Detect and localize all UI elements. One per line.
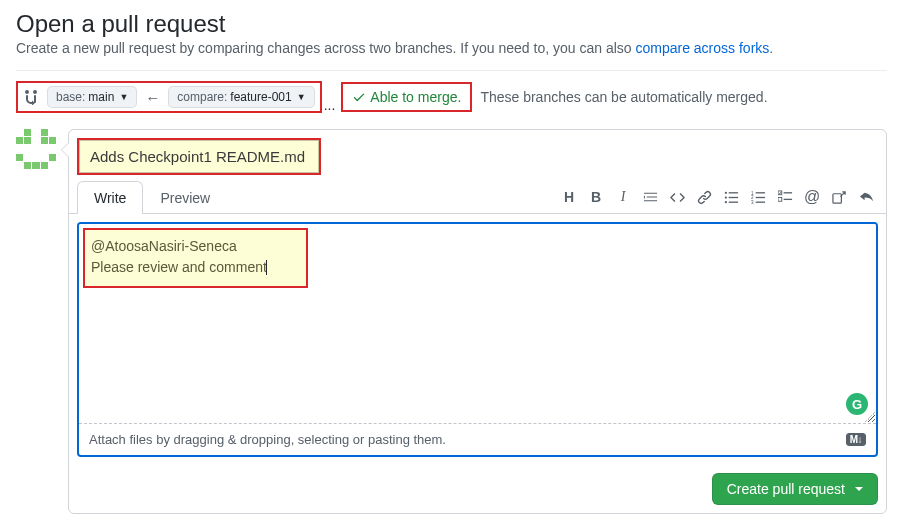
compare-across-forks-link[interactable]: compare across forks — [635, 40, 769, 56]
caret-down-icon — [855, 487, 863, 491]
create-button-label: Create pull request — [727, 481, 845, 497]
caret-down-icon: ▼ — [297, 92, 306, 102]
svg-rect-16 — [832, 193, 840, 202]
pr-title-input[interactable] — [79, 140, 319, 173]
subtitle-text: Create a new pull request by comparing c… — [16, 40, 635, 56]
identicon-icon — [16, 129, 56, 169]
base-branch-name: main — [88, 90, 114, 104]
merge-auto-text: These branches can be automatically merg… — [480, 89, 767, 105]
svg-rect-3 — [728, 192, 737, 193]
svg-rect-15 — [783, 198, 791, 199]
comment-line2: Please review and comment — [91, 259, 267, 275]
compare-ellipsis: ... — [324, 97, 336, 113]
subtitle-suffix: . — [769, 40, 773, 56]
cross-reference-icon[interactable] — [831, 189, 847, 205]
highlight-box-branches: base: main ▼ ← compare: feature-001 ▼ — [16, 81, 322, 113]
page-subtitle: Create a new pull request by comparing c… — [16, 40, 887, 56]
create-pull-request-button[interactable]: Create pull request — [712, 473, 878, 505]
branch-compare-bar: base: main ▼ ← compare: feature-001 ▼ ..… — [16, 70, 887, 123]
attach-hint-row[interactable]: Attach files by dragging & dropping, sel… — [79, 424, 876, 455]
svg-rect-14 — [778, 197, 782, 201]
svg-rect-11 — [755, 201, 764, 202]
mention-icon[interactable]: @ — [804, 189, 820, 205]
compare-branch-selector[interactable]: compare: feature-001 ▼ — [168, 86, 314, 108]
heading-icon[interactable]: H — [561, 189, 577, 205]
reply-icon[interactable] — [858, 189, 874, 205]
svg-rect-4 — [728, 196, 737, 197]
text-cursor — [266, 260, 267, 275]
svg-point-2 — [724, 201, 726, 203]
comment-textarea[interactable]: @AtoosaNasiri-Seneca Please review and c… — [79, 224, 876, 424]
editor-tabs: Write Preview — [77, 181, 227, 213]
highlight-box-title — [77, 138, 321, 175]
page-title: Open a pull request — [16, 10, 887, 38]
quote-icon[interactable] — [642, 189, 658, 205]
comment-body-focused: @AtoosaNasiri-Seneca Please review and c… — [77, 222, 878, 457]
bold-icon[interactable]: B — [588, 189, 604, 205]
check-icon — [352, 90, 366, 104]
svg-point-0 — [724, 191, 726, 193]
tab-preview[interactable]: Preview — [143, 181, 227, 214]
svg-rect-13 — [783, 192, 791, 193]
highlight-box-comment: @AtoosaNasiri-Seneca Please review and c… — [83, 228, 308, 288]
resize-handle-icon[interactable] — [865, 412, 875, 422]
svg-rect-9 — [755, 192, 764, 193]
base-label: base: — [56, 90, 85, 104]
compose-panel: Write Preview H B I 123 @ — [68, 129, 887, 514]
markdown-toolbar: H B I 123 @ — [561, 189, 878, 205]
arrow-left-icon: ← — [145, 89, 160, 106]
merge-status: Able to merge. — [348, 87, 465, 107]
caret-down-icon: ▼ — [119, 92, 128, 102]
italic-icon[interactable]: I — [615, 189, 631, 205]
merge-status-text: Able to merge. — [370, 89, 461, 105]
svg-point-1 — [724, 196, 726, 198]
markdown-badge-icon[interactable]: M↓ — [846, 433, 866, 446]
svg-rect-10 — [755, 196, 764, 197]
code-icon[interactable] — [669, 189, 685, 205]
svg-text:3: 3 — [751, 200, 754, 205]
comment-line1: @AtoosaNasiri-Seneca — [91, 238, 237, 254]
link-icon[interactable] — [696, 189, 712, 205]
compare-branch-name: feature-001 — [230, 90, 291, 104]
avatar — [16, 129, 56, 169]
attach-hint-text: Attach files by dragging & dropping, sel… — [89, 432, 446, 447]
highlight-box-merge-status: Able to merge. — [341, 82, 472, 112]
base-branch-selector[interactable]: base: main ▼ — [47, 86, 137, 108]
tab-write[interactable]: Write — [77, 181, 143, 214]
bullet-list-icon[interactable] — [723, 189, 739, 205]
numbered-list-icon[interactable]: 123 — [750, 189, 766, 205]
git-compare-icon — [23, 88, 41, 106]
svg-rect-5 — [728, 201, 737, 202]
compare-label: compare: — [177, 90, 227, 104]
task-list-icon[interactable] — [777, 189, 793, 205]
grammarly-icon[interactable]: G — [846, 393, 868, 415]
